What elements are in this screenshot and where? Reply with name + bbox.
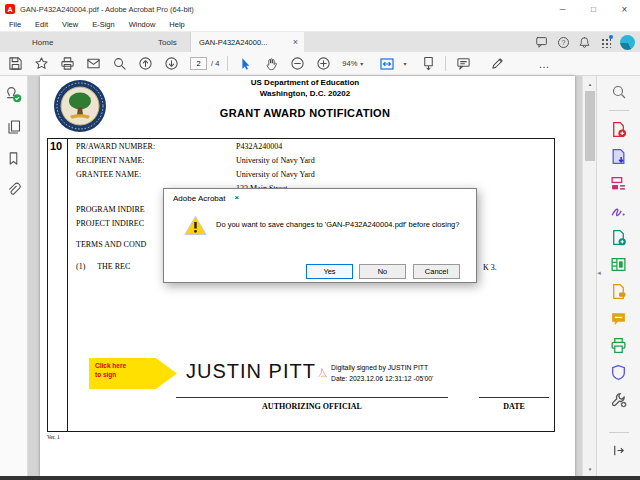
fit-caret-icon[interactable]: ▾ [403,60,406,67]
menu-edit[interactable]: Edit [28,20,55,29]
page-scrolling-icon [421,56,436,71]
print-button[interactable] [54,56,80,71]
no-button[interactable]: No [359,264,406,279]
organize-pages-icon[interactable] [610,256,627,273]
tools-panel-rail [596,76,640,476]
rail-divider [609,110,629,111]
document-title: GRANT AWARD NOTIFICATION [70,107,540,119]
share-for-review-icon[interactable] [610,283,627,300]
previous-page-button[interactable] [132,56,158,71]
tab-home[interactable]: Home [32,38,53,47]
search-tools-icon[interactable] [611,84,627,100]
apps-grid-icon[interactable] [600,37,611,48]
vertical-scrollbar[interactable]: ▴ ▾ [582,76,596,476]
feedback-icon[interactable] [535,35,549,49]
comments-icon[interactable] [610,310,627,327]
field-value: P432A240004 [236,142,282,151]
attachments-paperclip-icon[interactable] [6,182,21,197]
menu-window[interactable]: Window [122,20,163,29]
dialog-titlebar: Adobe Acrobat × [164,189,476,207]
plus-circle-icon [316,56,331,71]
edit-pdf-icon[interactable] [610,175,627,192]
signature-line [176,397,448,398]
dept-line1: US Department of Education [70,78,540,89]
signatures-panel-icon[interactable] [5,86,22,103]
toolbar: / 4 94% ▾ ▾ [0,52,640,76]
pencil-icon [490,56,505,71]
select-tool-button[interactable] [232,57,258,71]
date-label: DATE [479,402,549,411]
menubar: File Edit View E-Sign Window Help [0,18,640,32]
arrow-down-circle-icon [164,56,179,71]
request-signatures-icon[interactable] [610,229,627,246]
page-thumbnails-panel-icon[interactable] [6,119,22,135]
fit-width-button[interactable] [374,56,400,72]
panel-grabber-icon[interactable]: ◄ [596,270,602,276]
next-page-button[interactable] [158,56,184,71]
create-pdf-icon[interactable] [610,121,627,138]
scroll-up-icon[interactable]: ▴ [583,77,597,90]
yes-button[interactable]: Yes [306,264,353,279]
window-title: GAN-P432A240004.pdf - Adobe Acrobat Pro … [20,5,194,14]
block-number: 10 [50,140,62,152]
digital-signature-glyph-icon [316,365,329,380]
tab-tools[interactable]: Tools [158,38,177,47]
protect-shield-icon[interactable] [610,364,627,381]
zoom-caret-icon[interactable]: ▾ [360,60,363,67]
click-to-sign-tag[interactable]: Click here to sign [89,358,177,389]
collapse-panel-icon[interactable] [611,443,626,458]
scroll-down-icon[interactable]: ▾ [583,462,597,475]
version-label: Ver. 1 [47,434,60,440]
notifications-bell-icon[interactable] [578,36,591,49]
menu-file[interactable]: File [2,20,28,29]
restore-button[interactable]: □ [578,0,609,18]
menu-view[interactable]: View [55,20,85,29]
tab-close-icon[interactable]: × [293,38,298,47]
left-panel-rail [0,76,28,476]
bookmarks-panel-icon[interactable] [6,151,21,166]
save-changes-dialog: Adobe Acrobat × Do you want to save chan… [163,188,477,283]
more-tools-wrench-icon[interactable] [610,391,627,408]
partial-text-line: TERMS AND COND [76,240,146,249]
dialog-title: Adobe Acrobat [173,194,225,203]
titlebar: A GAN-P432A240004.pdf - Adobe Acrobat Pr… [0,0,640,18]
warning-icon [184,215,207,236]
zoom-level-value[interactable]: 94% [342,59,357,68]
search-button[interactable] [106,56,132,71]
hand-tool-button[interactable] [258,57,284,71]
pointer-cursor-icon [238,57,252,71]
tabbar: Home Tools GAN-P432A24000... × ? [0,32,640,52]
date-line [479,397,549,398]
fill-and-sign-icon[interactable] [610,202,627,219]
grant-table: 10 PR/AWARD NUMBER: P432A240004 RECIPIEN… [47,138,555,432]
page-scrolling-button[interactable] [415,56,441,71]
minimize-button[interactable]: ─ [547,0,578,18]
fit-width-icon [379,56,395,72]
comment-button[interactable] [450,56,476,71]
field-label: PR/AWARD NUMBER: [76,142,155,151]
cancel-button[interactable]: Cancel [413,264,460,279]
zoom-out-button[interactable] [284,56,310,71]
more-tools-ellipsis-icon[interactable]: … [538,58,550,70]
zoom-in-button[interactable] [310,56,336,71]
page-count-label: / 4 [211,59,219,68]
export-pdf-icon[interactable] [610,148,627,165]
scan-and-ocr-icon[interactable] [610,337,627,354]
close-button[interactable]: × [609,0,640,18]
dialog-close-icon[interactable]: × [234,194,239,202]
help-icon[interactable]: ? [558,37,569,48]
tab-document[interactable]: GAN-P432A24000... × [190,32,304,52]
menu-esign[interactable]: E-Sign [85,20,122,29]
scrollbar-thumb[interactable] [585,91,595,161]
dept-line2: Washington, D.C. 20202 [70,89,540,100]
avatar[interactable] [620,35,635,50]
pen-tool-button[interactable] [484,56,510,71]
star-button[interactable] [28,56,54,71]
page-number-input[interactable] [190,57,207,70]
menu-help[interactable]: Help [162,20,191,29]
search-icon [112,56,127,71]
acrobat-logo-icon: A [5,4,15,14]
save-button[interactable] [2,56,28,71]
acrobat-window: A GAN-P432A240004.pdf - Adobe Acrobat Pr… [0,0,640,480]
email-button[interactable] [80,56,106,71]
